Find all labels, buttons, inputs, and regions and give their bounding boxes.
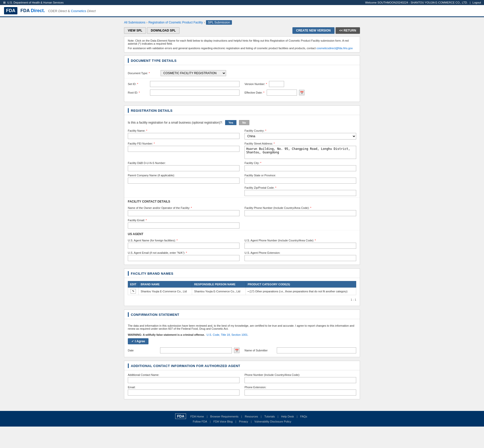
document-type-header: DOCUMENT TYPE DETAILS	[124, 56, 360, 65]
footer-row-2: Follow FDA | FDA Voice Blog | Privacy | …	[3, 420, 481, 423]
effective-date-calendar-icon[interactable]: 📅	[299, 90, 305, 95]
facility-phone-label: Facility Phone Number (Include Country/A…	[245, 206, 356, 209]
facility-country-select[interactable]: China	[245, 133, 356, 139]
facility-state-input[interactable]: guangdong	[245, 178, 356, 184]
facility-country-group: Facility Country: * China	[245, 129, 356, 139]
section-bar-3	[128, 271, 129, 276]
facility-phone-group: Facility Phone Number (Include Country/A…	[245, 206, 356, 216]
footer-link[interactable]: Vulnerability Disclosure Policy	[254, 420, 291, 423]
breadcrumb-all-submissions[interactable]: All Submissions	[124, 21, 145, 24]
registration-details-title: REGISTRATION DETAILS	[131, 109, 173, 113]
facility-street-label: Facility Street Address: *	[245, 142, 356, 145]
footer-link[interactable]: Follow FDA	[193, 420, 207, 423]
root-id-input[interactable]: 0e8fd624-fbde-c134-e063-6294a90a01e2	[150, 90, 239, 96]
facility-dnb-label: Facility D&B D-U-N-S Number:	[128, 161, 239, 164]
agent-name-label: U.S. Agent Name (for foreign facilities)…	[128, 239, 239, 242]
footer-row-1: FDA FDA Home | Browser Requirements | Re…	[3, 413, 481, 419]
breadcrumb-registration[interactable]: Registration of Cosmetic Product Facilit…	[148, 21, 203, 24]
facility-zip-input[interactable]: 515041	[245, 190, 356, 196]
owner-name-input[interactable]: Shantou Youjia ECommerce Co Ltd	[128, 210, 239, 216]
agent-name-input[interactable]: REP America LLC	[128, 243, 239, 249]
facility-name-input[interactable]: Shantou Youjia ECommerce Co Ltd	[128, 133, 239, 139]
set-id-input[interactable]: 0e8fc3b1-2e7c-ac30-e063-6394a90ad8cb	[150, 81, 239, 87]
facility-street-input[interactable]: Huarun Building, No. 95, Changping Road,…	[245, 146, 356, 159]
effective-date-input[interactable]: 01-09-2024	[267, 90, 297, 96]
set-id-field: Set ID: * 0e8fc3b1-2e7c-ac30-e063-6394a9…	[128, 81, 239, 87]
footer-link[interactable]: Resources	[245, 415, 258, 418]
footer-link[interactable]: Privacy	[239, 420, 248, 423]
small-biz-yes-button[interactable]: Yes	[225, 120, 236, 125]
parent-company-label: Parent Company Name (if applicable):	[128, 174, 239, 177]
facility-state-group: Facility State or Province: guangdong	[245, 174, 356, 184]
parent-company-input[interactable]	[128, 178, 239, 184]
add-contact-name-input[interactable]	[128, 377, 239, 383]
date-field: Date 01-10-2024 📅	[128, 347, 239, 353]
date-input[interactable]: 01-10-2024	[160, 347, 232, 353]
footer-link[interactable]: FAQs	[300, 415, 307, 418]
facility-email-input[interactable]: zhengyingdai@gmail.com	[128, 222, 239, 229]
section-bar-4	[128, 312, 129, 317]
facility-brand-names-header: FACILITY BRAND NAMES	[124, 269, 360, 278]
footer: FDA FDA Home | Browser Requirements | Re…	[0, 411, 484, 427]
edit-row-button[interactable]: ✎	[131, 289, 136, 294]
facility-country-label: Facility Country: *	[245, 129, 356, 132]
note-email-link[interactable]: cosmeticsdirect@fda.hhs.gov	[316, 47, 353, 50]
facility-fei-group: Facility FEI Number: * 3029934799	[128, 142, 239, 159]
small-biz-row: Is this a facility registration for a sm…	[124, 118, 360, 127]
date-label: Date	[128, 349, 158, 352]
fda-direct: FDA Direct.	[20, 8, 45, 13]
footer-link[interactable]: FDA Voice Blog	[214, 420, 233, 423]
breadcrumb-spl-submission[interactable]: SPL Submission	[206, 20, 232, 25]
add-email-input[interactable]	[128, 389, 239, 396]
add-phone-ext-input[interactable]	[245, 389, 356, 396]
fda-title: FDA Direct. CDER Direct & Cosmetics Dire…	[20, 8, 96, 13]
brand-names-tbody: ✎ Shantou Youjia E-Commerce Co., Ltd Sha…	[128, 288, 356, 295]
i-agree-button[interactable]: ✓ I Agree	[128, 338, 148, 344]
facility-fei-input[interactable]: 3029934799	[128, 146, 239, 152]
col-brand-name: BRAND NAME	[139, 281, 192, 288]
add-phone-input[interactable]	[245, 377, 356, 383]
agent-phone-ext-input[interactable]	[245, 255, 356, 261]
logout-link[interactable]: Logout	[472, 1, 481, 4]
submitter-input[interactable]: Shantou Youjia E-Commerce Co., Ltd.	[277, 347, 356, 353]
footer-link[interactable]: FDA Home	[190, 415, 204, 418]
criminal-offense-link[interactable]: U.S. Code, Title 18, Section 1001.	[206, 333, 248, 336]
breadcrumb: All Submissions › Registration of Cosmet…	[124, 20, 360, 25]
submitter-field: Name of Submitter Shantou Youjia E-Comme…	[245, 347, 356, 353]
ids-row: Set ID: * 0e8fc3b1-2e7c-ac30-e063-6394a9…	[124, 81, 360, 98]
download-spl-button[interactable]: DOWNLOAD SPL	[147, 27, 179, 34]
date-calendar-icon[interactable]: 📅	[234, 348, 239, 353]
responsible-person-cell: Shantou Youjia E-Commerce Co., Ltd	[192, 288, 246, 295]
agent-email-input[interactable]: info@rep-america.net	[128, 255, 239, 261]
add-phone-group: Phone Number (Include Country/Area Code)…	[245, 373, 356, 383]
table-row: ✎ Shantou Youjia E-Commerce Co., Ltd Sha…	[128, 288, 356, 295]
create-new-version-button[interactable]: CREATE NEW VERSION	[292, 27, 335, 34]
gov-bar-right: Welcome SOUTHMOON20240224 - SHANTOU YOUJ…	[365, 1, 481, 4]
facility-phone-input[interactable]: 86-133-4274-5877	[245, 210, 356, 216]
facility-fei-label: Facility FEI Number: *	[128, 142, 239, 145]
facility-dnb-input[interactable]	[128, 165, 239, 171]
facility-zip-label: Facility Zip/Postal Code: *	[245, 186, 356, 189]
return-button[interactable]: << RETURN	[336, 27, 360, 34]
version-label: Version Number: *	[245, 82, 267, 86]
facility-name-label: Facility Name: *	[128, 129, 239, 132]
gov-bar-left: 🏛 U.S. Department of Health & Human Serv…	[3, 1, 64, 4]
confirmation-text: The data and information in this submiss…	[124, 322, 360, 332]
set-id-label: Set ID: *	[128, 82, 148, 86]
footer-link[interactable]: Browser Requirements	[210, 415, 238, 418]
facility-city-input[interactable]: shantou	[245, 165, 356, 171]
checkmark-icon: ✓	[131, 340, 134, 343]
doc-type-select[interactable]: COSMETIC FACILITY REGISTRATION	[161, 70, 226, 76]
hhs-flag-icon: 🏛	[3, 1, 6, 4]
col-responsible-person: RESPONSIBLE PERSON NAME	[192, 281, 246, 288]
agent-phone-input[interactable]: 1-719-201-3314	[245, 243, 356, 249]
toolbar: VIEW SPL DOWNLOAD SPL CREATE NEW VERSION…	[124, 27, 360, 34]
footer-link[interactable]: Tutorials	[264, 415, 275, 418]
agent-name-group: U.S. Agent Name (for foreign facilities)…	[128, 239, 239, 249]
parent-company-group: Parent Company Name (if applicable):	[128, 174, 239, 184]
small-biz-no-button[interactable]: No	[239, 120, 249, 125]
section-bar-2	[128, 108, 129, 113]
footer-link[interactable]: Help Desk	[281, 415, 294, 418]
view-spl-button[interactable]: VIEW SPL	[124, 27, 146, 34]
version-input[interactable]: 1	[269, 81, 284, 87]
